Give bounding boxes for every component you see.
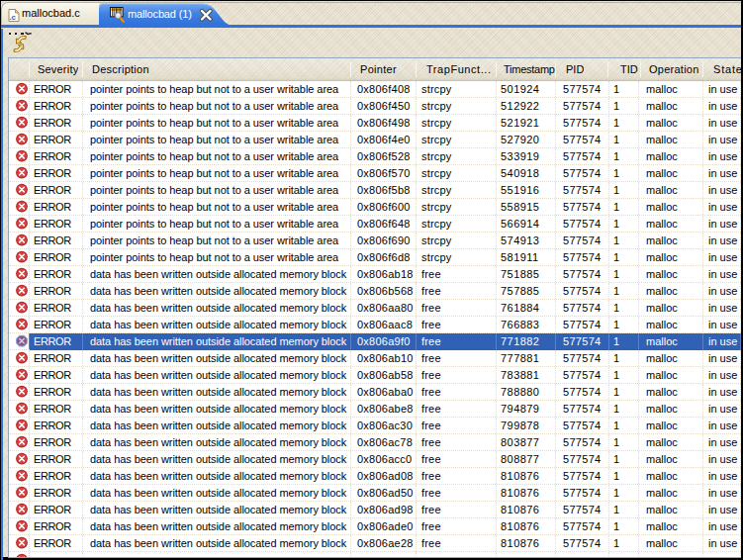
svg-text:.c: .c xyxy=(9,13,16,22)
